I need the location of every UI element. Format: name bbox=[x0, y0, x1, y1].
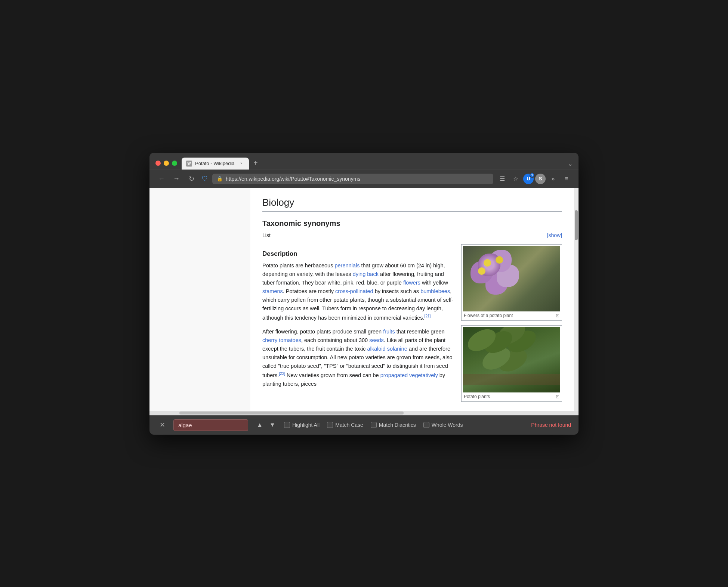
link-cross-pollinated[interactable]: cross-pollinated bbox=[335, 288, 373, 294]
link-bumblebees[interactable]: bumblebees bbox=[420, 288, 450, 294]
sidebar-left bbox=[149, 188, 250, 411]
reference-22[interactable]: [22] bbox=[279, 372, 285, 376]
back-button[interactable]: ← bbox=[155, 173, 167, 185]
reload-button[interactable]: ↻ bbox=[185, 173, 197, 185]
forward-button[interactable]: → bbox=[170, 173, 182, 185]
whole-words-option[interactable]: Whole Words bbox=[423, 422, 463, 428]
reference-21[interactable]: [21] bbox=[425, 314, 431, 318]
plant-image bbox=[463, 327, 560, 392]
paragraph-2: After flowering, potato plants produce s… bbox=[262, 327, 454, 388]
show-link[interactable]: [show] bbox=[547, 232, 562, 238]
link-flowers[interactable]: flowers bbox=[403, 280, 420, 286]
url-display: https://en.wikipedia.org/wiki/Potato#Tax… bbox=[226, 176, 489, 182]
paragraph-1: Potato plants are herbaceous perennials … bbox=[262, 261, 454, 322]
link-perennials[interactable]: perennials bbox=[334, 263, 360, 268]
toolbar: ← → ↻ 🛡 🔒 https://en.wikipedia.org/wiki/… bbox=[149, 170, 579, 188]
minimize-button[interactable] bbox=[164, 161, 169, 166]
find-close-button[interactable]: ✕ bbox=[157, 420, 167, 430]
highlight-all-label: Highlight All bbox=[292, 422, 320, 428]
match-case-checkbox[interactable] bbox=[327, 422, 333, 428]
meta-row: List [show] bbox=[262, 232, 562, 238]
find-next-button[interactable]: ▼ bbox=[267, 419, 278, 431]
subsection-title: Taxonomic synonyms bbox=[262, 219, 562, 228]
vertical-scrollbar[interactable] bbox=[574, 188, 579, 411]
flower-image bbox=[463, 246, 560, 311]
link-dying-back[interactable]: dying back bbox=[353, 271, 379, 277]
phrase-not-found-status: Phrase not found bbox=[531, 422, 571, 428]
ublock-extension-button[interactable]: U 1 bbox=[523, 174, 534, 184]
flower-caption: Flowers of a potato plant bbox=[464, 313, 513, 318]
description-title: Description bbox=[262, 250, 454, 258]
traffic-lights bbox=[155, 161, 177, 166]
page-area: Biology Taxonomic synonyms List [show] D… bbox=[149, 188, 579, 411]
highlight-all-checkbox[interactable] bbox=[284, 422, 290, 428]
link-alkaloid-solanine[interactable]: alkaloid solanine bbox=[367, 346, 407, 352]
plant-image-box: Potato plants ⊡ bbox=[461, 325, 562, 402]
whole-words-label: Whole Words bbox=[432, 422, 463, 428]
flower-image-box: Flowers of a potato plant ⊡ bbox=[461, 244, 562, 321]
find-input[interactable] bbox=[173, 419, 248, 431]
tab-bar: W Potato - Wikipedia × + ⌄ bbox=[182, 157, 573, 170]
content-layout: Description Potato plants are herbaceous… bbox=[262, 244, 562, 402]
link-seeds[interactable]: seeds bbox=[369, 337, 384, 343]
safari-extension-button[interactable]: S bbox=[535, 174, 546, 184]
close-button[interactable] bbox=[155, 161, 161, 166]
match-diacritics-label: Match Diacritics bbox=[379, 422, 416, 428]
page-content[interactable]: Biology Taxonomic synonyms List [show] D… bbox=[250, 188, 574, 411]
h-scrollbar-thumb[interactable] bbox=[179, 411, 404, 414]
chevron-down-icon[interactable]: ⌄ bbox=[568, 160, 573, 167]
text-column: Description Potato plants are herbaceous… bbox=[262, 244, 454, 402]
highlight-all-option[interactable]: Highlight All bbox=[284, 422, 320, 428]
more-tools-button[interactable]: » bbox=[547, 173, 559, 185]
plant-caption-row: Potato plants ⊡ bbox=[463, 392, 560, 400]
tab-favicon: W bbox=[186, 161, 192, 167]
section-title: Biology bbox=[262, 197, 562, 212]
flower-caption-row: Flowers of a potato plant ⊡ bbox=[463, 311, 560, 319]
link-propagated-vegetatively[interactable]: propagated vegetatively bbox=[380, 372, 438, 378]
address-bar[interactable]: 🔒 https://en.wikipedia.org/wiki/Potato#T… bbox=[212, 174, 493, 184]
find-prev-button[interactable]: ▲ bbox=[254, 419, 265, 431]
title-bar: W Potato - Wikipedia × + ⌄ bbox=[149, 153, 579, 170]
extension-badge: 1 bbox=[530, 173, 535, 178]
link-fruits[interactable]: fruits bbox=[383, 329, 395, 335]
link-cherry-tomatoes[interactable]: cherry tomatoes bbox=[262, 337, 301, 343]
horizontal-scrollbar[interactable] bbox=[149, 411, 579, 415]
toolbar-actions: ☰ ☆ U 1 S » ≡ bbox=[496, 173, 573, 185]
tab-title: Potato - Wikipedia bbox=[195, 161, 235, 166]
plant-caption: Potato plants bbox=[464, 394, 490, 399]
find-nav-buttons: ▲ ▼ bbox=[254, 419, 278, 431]
tab-close-button[interactable]: × bbox=[238, 161, 244, 167]
menu-button[interactable]: ≡ bbox=[561, 173, 573, 185]
link-stamens[interactable]: stamens bbox=[262, 288, 283, 294]
match-case-label: Match Case bbox=[335, 422, 363, 428]
match-case-option[interactable]: Match Case bbox=[327, 422, 363, 428]
whole-words-checkbox[interactable] bbox=[423, 422, 429, 428]
new-tab-button[interactable]: + bbox=[250, 157, 261, 169]
list-label: List bbox=[262, 232, 271, 238]
images-column: Flowers of a potato plant ⊡ Potato plant… bbox=[461, 244, 562, 402]
plant-expand-icon[interactable]: ⊡ bbox=[556, 394, 559, 399]
bookmark-button[interactable]: ☆ bbox=[510, 173, 522, 185]
scrollbar-thumb[interactable] bbox=[575, 210, 578, 240]
flower-expand-icon[interactable]: ⊡ bbox=[556, 313, 559, 318]
find-options: Highlight All Match Case Match Diacritic… bbox=[284, 422, 463, 428]
maximize-button[interactable] bbox=[172, 161, 177, 166]
reader-view-button[interactable]: ☰ bbox=[496, 173, 508, 185]
browser-window: W Potato - Wikipedia × + ⌄ ← → ↻ 🛡 🔒 htt… bbox=[149, 153, 579, 435]
lock-icon: 🔒 bbox=[217, 176, 223, 181]
find-bar: ✕ ▲ ▼ Highlight All Match Case Match Dia… bbox=[149, 415, 579, 435]
active-tab[interactable]: W Potato - Wikipedia × bbox=[182, 158, 249, 170]
match-diacritics-option[interactable]: Match Diacritics bbox=[371, 422, 416, 428]
match-diacritics-checkbox[interactable] bbox=[371, 422, 377, 428]
shield-icon: 🛡 bbox=[200, 174, 209, 183]
